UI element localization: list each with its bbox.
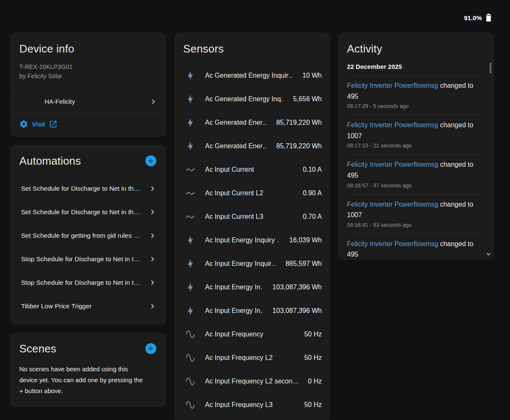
entity-link[interactable]: Felicity Inverter Powerflowmsg [347,161,438,168]
logbook-action: changed to [440,121,473,129]
automations-card: Automations Set Schedule for Discharge t… [11,145,166,324]
logbook-action: changed to [440,82,473,89]
sensor-row[interactable]: Ac Input Current L2 0.90 A [175,181,329,205]
middle-column: Sensors Ac Generated Energy Inquir… 10 W… [174,33,330,420]
sensor-row[interactable]: Ac Generated Energy Inquir… 10 Wh [175,64,329,87]
logbook-message: Felicity Inverter Powerflowmsg changed t… [347,80,481,102]
via-device-label: HA-Felicity [45,98,75,105]
sensor-row[interactable]: Ac Input Energy Inquir… 885,597 Wh [175,252,329,276]
sensor-name: Ac Generated Ener… [205,119,266,126]
lightning-bolt-icon [185,306,195,316]
sensor-row[interactable]: Ac Input Frequency 50 Hz [175,323,329,346]
lightning-bolt-icon [185,94,195,104]
sensor-name: Ac Input Energy Inquir… [205,260,276,268]
logbook-entry[interactable]: Felicity Inverter Powerflowmsg changed t… [347,194,481,234]
open-in-new-icon [49,120,58,129]
sensors-title: Sensors [183,42,224,55]
logbook-entry[interactable]: Felicity Inverter Powerflowmsg changed t… [347,234,481,260]
chevron-right-icon [149,97,158,106]
sensor-row[interactable]: Ac Input Energy Inquiry … 16,039 Wh [175,228,329,252]
sensor-value: 103,087,396 Wh [273,284,322,291]
logbook-state: 495 [347,172,358,179]
device-info-card: Device info T-REX-10KLP3G01 by Felicity … [11,33,166,136]
scenes-empty-message: No scenes have been added using this dev… [11,362,154,406]
device-manufacturer: by Felicity Solar [19,71,157,81]
logbook-state: 1007 [347,211,362,218]
chevron-right-icon [148,255,157,264]
logbook-state: 495 [347,251,358,258]
logbook-timestamp: 08:17:29 - 5 seconds ago [347,103,481,109]
add-automation-button[interactable] [145,155,156,166]
status-bar: 91.0% [0,0,510,33]
logbook-timestamp: 08:17:13 - 21 seconds ago [347,142,481,149]
logbook-message: Felicity Inverter Powerflowmsg changed t… [347,199,481,220]
automation-label: Set Schedule for getting from gid rules … [21,232,140,239]
add-scene-button[interactable] [145,343,156,354]
sensor-row[interactable]: Ac Input Energy In… 103,087,396 Wh [175,299,329,323]
entity-link[interactable]: Felicity Inverter Powerflowmsg [347,240,438,247]
via-device-row[interactable]: HA-Felicity [11,90,166,113]
entity-link[interactable]: Felicity Inverter Powerflowmsg [347,121,438,129]
gear-icon [19,120,28,129]
sensor-name: Ac Generated Ener… [205,142,266,150]
device-page-columns: Device info T-REX-10KLP3G01 by Felicity … [0,33,510,420]
sensor-value: 50 Hz [304,401,322,409]
sensor-value: 50 Hz [304,354,322,362]
automation-item[interactable]: Stop Schedule for Discharge to Net in t… [11,271,166,294]
activity-scrollbar-thumb[interactable] [489,63,492,74]
plus-icon [147,157,155,165]
sensor-name: Ac Input Current L3 [205,213,293,220]
plus-icon [147,345,155,352]
logbook-timestamp: 08:16:57 - 37 seconds ago [347,182,481,189]
activity-title: Activity [347,42,382,55]
sensor-value: 885,597 Wh [286,260,322,268]
lightning-bolt-icon [185,235,195,245]
sensor-name: Ac Generated Energy Inq… [205,95,284,103]
entity-link[interactable]: Felicity Inverter Powerflowmsg [347,201,438,208]
lightning-bolt-icon [185,282,195,292]
entity-link[interactable]: Felicity Inverter Powerflowmsg [347,82,438,89]
sine-wave-icon [185,353,195,363]
automation-item[interactable]: Set Schedule for Discharge to Net in th… [11,200,166,224]
automation-item[interactable]: Set Schedule for getting from gid rules … [11,224,166,247]
left-column: Device info T-REX-10KLP3G01 by Felicity … [11,33,166,407]
automation-label: Stop Schedule for Discharge to Net in t… [21,279,140,286]
sensor-value: 10 Wh [302,72,322,79]
automation-item[interactable]: Stop Schedule for Discharge to Net in t… [11,247,166,271]
sensor-value: 5,656 Wh [293,95,322,103]
logbook-action: changed to [440,161,473,168]
sensor-row[interactable]: Ac Input Frequency L2 secon… 0 Hz [175,370,329,393]
scroll-down-icon[interactable] [484,250,493,258]
sensor-value: 0 Hz [308,378,322,385]
battery-percent-label: 91.0% [464,14,482,21]
logbook-entry[interactable]: Felicity Inverter Powerflowmsg changed t… [347,75,481,115]
logbook-date-header: 22 December 2025 [339,60,493,75]
sensor-name: Ac Input Current L2 [205,189,293,197]
sensor-row[interactable]: Ac Input Current 0.10 A [175,158,329,181]
sine-wave-icon [185,400,195,410]
logbook-message: Felicity Inverter Powerflowmsg changed t… [347,239,481,260]
sensor-row[interactable]: Ac Generated Ener… 85,719,220 Wh [175,134,329,158]
logbook-state: 495 [347,93,358,100]
logbook-entry[interactable]: Felicity Inverter Powerflowmsg changed t… [347,154,481,194]
scenes-card: Scenes No scenes have been added using t… [11,333,166,407]
lightning-bolt-icon [185,118,195,128]
sensor-value: 50 Hz [304,331,322,338]
battery-icon [484,13,493,23]
sensor-row[interactable]: Ac Input Frequency L2 50 Hz [175,346,329,370]
automation-item[interactable]: Tibber Low Price Trigger [11,294,166,318]
sensor-row[interactable]: Ac Input Frequency L3 50 Hz [175,393,329,417]
device-model: T-REX-10KLP3G01 [19,62,157,71]
sensor-row[interactable]: Ac Input Energy In… 103,087,396 Wh [175,276,329,299]
device-meta: T-REX-10KLP3G01 by Felicity Solar [11,62,166,90]
sensor-row[interactable]: Ac Input Current L3 0.70 A [175,205,329,228]
automation-item[interactable]: Set Schedule for Discharge to Net in th… [11,177,166,200]
visit-link-row[interactable]: Visit [11,113,166,136]
sensor-value: 0.70 A [303,213,322,220]
sensor-value: 0.90 A [303,189,322,197]
logbook-entries: Felicity Inverter Powerflowmsg changed t… [339,75,493,260]
logbook-entry[interactable]: Felicity Inverter Powerflowmsg changed t… [347,115,481,154]
sensor-row[interactable]: Ac Generated Energy Inq… 5,656 Wh [175,87,329,111]
chevron-right-icon [148,207,157,217]
sensor-row[interactable]: Ac Generated Ener… 85,719,220 Wh [175,111,329,134]
